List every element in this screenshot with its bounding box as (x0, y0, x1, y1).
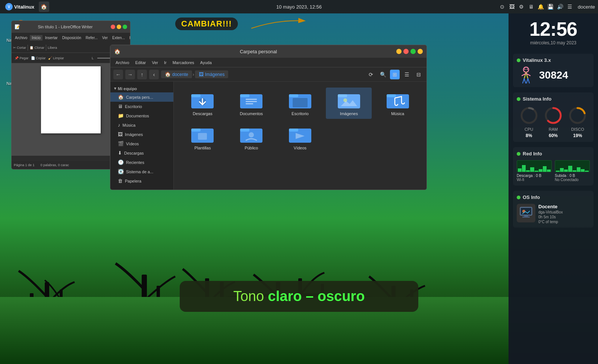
fm-file-descargas[interactable]: Descargas (180, 88, 226, 119)
fm-sidebar-item-imagenes[interactable]: 🖼 Imágenes (110, 130, 173, 139)
folder-publico-label: Público (245, 146, 258, 150)
svg-rect-38 (246, 101, 257, 102)
fm-menubar: Archivo Editar Ver Ir Marcadores Ayuda (110, 58, 427, 67)
taskbar-datetime: 10 mayo 2023, 12:56 (276, 4, 322, 10)
taskbar-icon-bell[interactable]: 🔔 (538, 3, 544, 10)
fm-sidebar-item-videos[interactable]: 🎬 Vídeos (110, 139, 173, 148)
os-detail3: 0°C of temp (538, 220, 590, 224)
writer-min-btn[interactable] (117, 25, 121, 29)
ram-gauge: RAM 60% (543, 105, 563, 138)
fm-path-separator: › (193, 72, 194, 77)
taskbar-icon-display[interactable]: 🖥 (528, 3, 535, 10)
folder-videos-label: Vídeos (294, 146, 306, 150)
svg-rect-36 (240, 94, 249, 97)
fm-file-musica[interactable]: Música (375, 88, 421, 119)
fm-sidebar-item-papelera[interactable]: 🗑 Papelera (110, 176, 173, 186)
net-upload-bars (555, 161, 589, 172)
fm-sidebar-item-escritorio[interactable]: 🖥 Escritorio (110, 102, 173, 111)
writer-menu-extension[interactable]: Exten... (110, 35, 127, 41)
sistema-info-section: Sistema Info CPU 8% (513, 92, 594, 142)
taskbar-icon-power[interactable]: ⊙ (499, 3, 506, 10)
taskbar-logo[interactable]: V Vitalinux (3, 3, 37, 10)
fm-more-btn[interactable]: ⊟ (414, 70, 424, 79)
os-details: Docente dga-VirtualBox 0h 5m 10s 0°C of … (538, 204, 590, 224)
taskbar-icon-menu[interactable]: ☰ (567, 3, 573, 10)
fm-left-arrow-btn[interactable]: ‹ (149, 70, 159, 79)
fm-path-imagenes-label: Imágenes (205, 72, 225, 77)
ram-value: 60% (549, 133, 558, 138)
fm-path-imagenes[interactable]: 🖼 Imágenes (195, 70, 229, 78)
fm-refresh-btn[interactable]: ⟳ (366, 70, 376, 79)
writer-close-btn[interactable] (111, 25, 115, 29)
writer-icon: 📝 (15, 24, 20, 29)
fm-back-btn[interactable]: ← (113, 70, 123, 79)
taskbar-icon-battery[interactable]: 💾 (547, 3, 554, 10)
fm-sidebar-item-papelera-label: Papelera (125, 179, 141, 183)
fm-max-btn[interactable] (410, 49, 416, 54)
fm-menu-archivo[interactable]: Archivo (113, 60, 132, 66)
taskbar-home-button[interactable]: 🏠 (39, 1, 49, 12)
fm-sidebar-section-mypc[interactable]: ▾ Mi equipo (110, 85, 173, 92)
svg-rect-39 (246, 103, 253, 104)
vitalinux-logo: 30824 (517, 67, 590, 83)
net-row: Descarga : 0 B Wi-fi Subid (517, 160, 590, 182)
fm-extra-btn[interactable] (418, 49, 423, 54)
writer-max-btn[interactable] (123, 25, 127, 29)
fm-file-videos[interactable]: Vídeos (277, 122, 323, 153)
writer-titlebar: 📝 Sin título 1 - LibreOffice Writer (12, 21, 130, 33)
fm-file-documentos[interactable]: Documentos (229, 88, 274, 119)
fm-sidebar-item-carpeta[interactable]: 🏠 Carpeta pers... (110, 92, 173, 102)
writer-menu-herramientas[interactable]: Herramientas (128, 35, 130, 41)
writer-menu-referencias[interactable]: Refer... (84, 35, 100, 41)
filemanager-window: 🏠 Carpeta personal Archivo Editar Ver Ir… (110, 45, 427, 190)
fm-search-btn[interactable]: 🔍 (378, 70, 388, 79)
fm-menu-ayuda[interactable]: Ayuda (198, 60, 214, 66)
taskbar-icon-usb[interactable]: ⚙ (518, 3, 525, 10)
net-upload-graph (555, 160, 590, 172)
fm-file-escritorio[interactable]: Escritorio (277, 88, 323, 119)
fm-file-publico[interactable]: Público (229, 122, 274, 153)
fm-sidebar-item-documentos-label: Documentos (126, 114, 149, 118)
fm-menu-ver[interactable]: Ver (150, 60, 160, 66)
fm-sidebar-item-musica[interactable]: ♪ Música (110, 120, 173, 130)
clock-time: 12:56 (513, 19, 594, 39)
sistema-icon: 💽 (118, 169, 124, 174)
fm-min-btn[interactable] (396, 49, 402, 54)
fm-list-view-btn[interactable]: ☰ (402, 70, 412, 79)
fm-sidebar-item-sistema-label: Sistema de a... (126, 170, 153, 174)
folder-descargas-icon (191, 91, 214, 109)
fm-file-imagenes[interactable]: Imágenes (326, 88, 372, 119)
fm-sidebar-item-documentos[interactable]: 📁 Documentos (110, 111, 173, 120)
fm-forward-btn[interactable]: → (125, 70, 135, 79)
fm-file-plantillas[interactable]: Plantillas (180, 122, 226, 153)
vitalinux-number: 30824 (539, 69, 568, 81)
fm-path-docente[interactable]: 🏠 docente (161, 70, 192, 78)
carpeta-icon: 🏠 (118, 94, 124, 100)
svg-rect-50 (198, 133, 207, 140)
writer-menu-inicio[interactable]: Inicio (30, 35, 42, 41)
ram-label: RAM (549, 127, 558, 132)
svg-point-59 (522, 108, 536, 123)
fm-grid-view-btn[interactable]: ⊞ (390, 70, 400, 79)
folder-videos-icon (289, 125, 311, 143)
folder-escritorio-icon (289, 91, 311, 109)
writer-menu-insertar[interactable]: Insertar (43, 35, 60, 41)
fm-window-controls (396, 49, 423, 54)
writer-menu-archivo[interactable]: Archivo (13, 35, 29, 41)
fm-sidebar-item-sistema[interactable]: 💽 Sistema de a... (110, 167, 173, 176)
cambiar-annotation: CAMBIAR!!! (175, 16, 315, 31)
taskbar-icon-image[interactable]: 🖼 (509, 3, 515, 10)
fm-close-btn[interactable] (403, 49, 409, 54)
fm-menu-marcadores[interactable]: Marcadores (170, 60, 196, 66)
writer-menu-revision[interactable]: Ver (100, 35, 110, 41)
fm-sidebar-item-descargas[interactable]: ⬇ Descargas (110, 148, 173, 158)
clock-section: 12:56 miércoles,10 may 2023 (513, 19, 594, 48)
fm-menu-ir[interactable]: Ir (162, 60, 169, 66)
fm-up-btn[interactable]: ↑ (137, 70, 147, 79)
taskbar-icon-volume[interactable]: 🔊 (557, 3, 564, 10)
fm-main-area: Descargas Documentos Escritorio (174, 82, 427, 190)
fm-menu-editar[interactable]: Editar (133, 60, 148, 66)
fm-sidebar-item-recientes[interactable]: 🕐 Recientes (110, 158, 173, 167)
writer-menu-disposicion[interactable]: Disposición (60, 35, 83, 41)
disk-gauge-circle (567, 105, 588, 126)
